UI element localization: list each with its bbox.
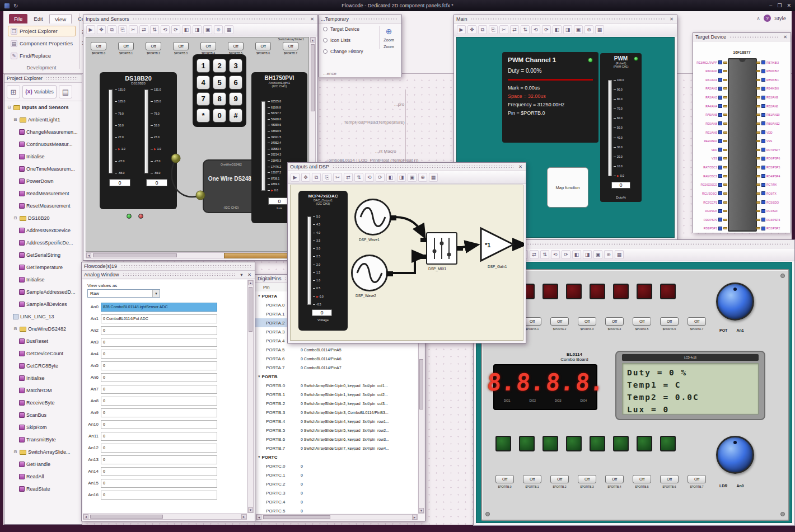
keypad-key-5[interactable]: 5 (213, 76, 226, 90)
pin-connector[interactable] (718, 139, 722, 143)
pin-connector[interactable] (718, 209, 722, 213)
off-button[interactable]: Off (550, 317, 569, 326)
pin-connector[interactable] (761, 166, 765, 170)
pin-connector[interactable] (761, 200, 765, 204)
rot-l-icon[interactable]: ⟲ (161, 25, 170, 34)
zoom-label[interactable]: Zoom (384, 37, 394, 43)
digital-pin-row[interactable]: PORTC.40 (255, 497, 418, 506)
tree-item[interactable]: AddressNextDevice (4, 224, 82, 237)
digital-pin-row[interactable]: PORTA.60 ComboBL0114/PinA6 (255, 354, 418, 363)
tree-item[interactable]: BusReset (4, 335, 82, 347)
flip-h-icon[interactable]: ⇄ (344, 173, 353, 182)
switch-off-button[interactable]: Off (228, 42, 244, 50)
tree-item[interactable]: MatchROM (4, 384, 82, 397)
keypad-key-1[interactable]: 1 (197, 59, 210, 73)
pin-connector[interactable] (761, 104, 765, 108)
front-icon[interactable]: ◧ (553, 25, 562, 34)
tree-item[interactable]: ContinuousMeasur... (4, 138, 82, 150)
project-explorer-button[interactable]: ❒Project Explorer (8, 26, 76, 36)
variables-button[interactable]: {X} Variables (22, 85, 57, 98)
group-icon[interactable]: ▣ (203, 25, 212, 34)
collapse-icon[interactable]: ▾ (258, 455, 260, 459)
group-icon[interactable]: ▣ (593, 250, 602, 259)
vertical-scrollbar[interactable]: ▲ ▼ (247, 280, 254, 513)
ldr-knob[interactable] (716, 436, 754, 474)
collapse-icon[interactable]: ▾ (258, 374, 260, 379)
view-values-dropdown[interactable]: Raw ▾ (87, 289, 160, 298)
digital-pin-row[interactable]: PORTC.10 (255, 470, 418, 479)
pin-connector[interactable] (761, 227, 765, 230)
scroll-right-icon[interactable]: ► (412, 515, 417, 520)
pin-connector[interactable] (718, 69, 722, 73)
pin-connector[interactable] (761, 148, 765, 152)
tree-item[interactable]: ResetMeasurement (4, 200, 82, 212)
flip-v-icon[interactable]: ⇅ (540, 250, 549, 259)
cut-icon[interactable]: ✂ (129, 25, 138, 34)
digital-pin-row[interactable]: PORTA.70 ComboBL0114/PinA7 (255, 363, 418, 372)
pin-connector[interactable] (718, 227, 722, 230)
list-view-button[interactable]: ▤ (59, 85, 72, 98)
analog-value-field[interactable]: 0 (101, 455, 217, 464)
keypad-key-#[interactable]: # (229, 109, 242, 123)
flip-h-icon[interactable]: ⇄ (530, 250, 539, 259)
style-button[interactable]: Style (774, 15, 786, 21)
expander-icon[interactable]: ⊟ (13, 450, 18, 454)
keypad-key-2[interactable]: 2 (213, 59, 226, 73)
expander-icon[interactable]: ⊟ (7, 105, 12, 110)
input-connector[interactable] (420, 238, 427, 242)
pin-connector[interactable] (761, 218, 765, 222)
tree-item[interactable]: ReadState (4, 483, 82, 495)
off-button[interactable]: Off (605, 317, 624, 326)
pin-connector[interactable] (718, 87, 722, 91)
pin-connector[interactable] (761, 121, 765, 125)
copy-icon[interactable]: ⧉ (107, 25, 116, 34)
ds18b20-component[interactable]: DS18B20 DS18B20 131.0105.079.053.027.0▶1… (100, 72, 177, 209)
analog-value-field[interactable]: 0 (101, 479, 217, 488)
digital-pin-row[interactable]: PORTB.30 SwitchArraySlider1/pin3, ComboB… (255, 408, 418, 417)
grid-icon[interactable]: ▦ (615, 250, 624, 259)
off-button[interactable]: Off (633, 317, 651, 326)
off-button[interactable]: Off (688, 317, 706, 326)
tree-item[interactable]: ⊟SwitchArraySlide... (4, 446, 82, 458)
cut-icon[interactable]: ✂ (333, 173, 342, 182)
copy-icon[interactable]: ⧉ (478, 25, 487, 34)
digital-pin-row[interactable]: PORTC.50 (255, 506, 418, 514)
pin-connector[interactable] (761, 87, 765, 91)
off-button[interactable]: Off (660, 317, 679, 326)
analog-value-field[interactable]: 0 (101, 408, 217, 417)
output-connector[interactable] (457, 246, 463, 251)
tree-item[interactable]: TransmitByte (4, 434, 82, 446)
pin-connector[interactable] (761, 113, 765, 117)
analog-titlebar[interactable]: Analog Window ▾ ✕ (82, 271, 255, 279)
pin-connector[interactable] (718, 148, 722, 152)
tree-item[interactable]: ⊟Inputs and Sensors (4, 101, 82, 114)
flip-v-icon[interactable]: ⇅ (354, 173, 363, 182)
cursor-icon[interactable]: ▶ (86, 25, 95, 34)
dropdown-arrow-icon[interactable]: ▾ (152, 290, 160, 297)
output-connector[interactable] (386, 271, 393, 276)
pin-connector[interactable] (718, 200, 722, 204)
rot-r-icon[interactable]: ⟳ (376, 173, 385, 182)
flip-h-icon[interactable]: ⇄ (510, 25, 519, 34)
pan-icon[interactable]: ✥ (97, 25, 106, 34)
scroll-up-icon[interactable]: ▲ (310, 37, 315, 43)
pin-connector[interactable] (761, 130, 765, 134)
keypad-key-8[interactable]: 8 (213, 92, 226, 106)
grid-icon[interactable]: ▦ (429, 173, 438, 182)
pin-connector[interactable] (761, 69, 765, 73)
cursor-icon[interactable]: ▶ (291, 173, 300, 182)
tree-item[interactable]: GetTemperature (4, 261, 82, 274)
pin-connector[interactable] (761, 139, 765, 143)
back-icon[interactable]: ◨ (397, 173, 406, 182)
tree-item[interactable]: ⊟AmbientLight1 (4, 114, 82, 126)
back-icon[interactable]: ◨ (563, 25, 572, 34)
ribbon-tab-view[interactable]: View (49, 14, 72, 23)
zoom-in-icon[interactable]: ⊕ (214, 25, 223, 34)
pin-connector[interactable] (718, 157, 722, 161)
zoom-icon[interactable]: ⊕ (386, 27, 392, 36)
digital-pin-row[interactable]: PORTC.20 (255, 479, 418, 488)
analog-group-titlebar[interactable]: Flowcode(s)19 (82, 262, 255, 271)
cut-icon[interactable]: ✂ (499, 25, 508, 34)
output-connector[interactable] (390, 215, 396, 220)
rot-l-icon[interactable]: ⟲ (365, 173, 374, 182)
